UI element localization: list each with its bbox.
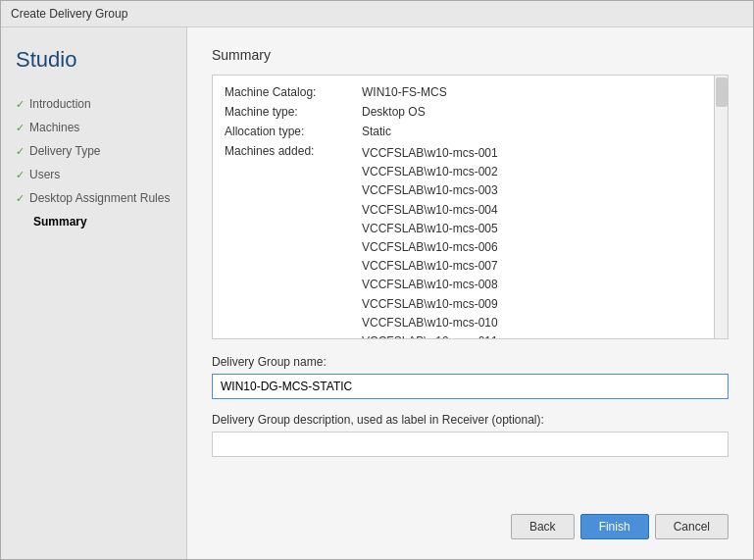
- sidebar-item-delivery-type[interactable]: ✓Delivery Type: [11, 139, 176, 163]
- summary-table: Machine Catalog:WIN10-FS-MCSMachine type…: [213, 76, 728, 339]
- summary-value: Desktop OS: [362, 105, 716, 119]
- summary-value: Static: [362, 125, 716, 138]
- machine-item: VCCFSLAB\w10-mcs-011: [362, 332, 716, 339]
- sidebar-item-label: Users: [29, 168, 60, 181]
- sidebar-item-summary[interactable]: Summary: [11, 210, 176, 233]
- summary-box: Machine Catalog:WIN10-FS-MCSMachine type…: [212, 75, 729, 339]
- check-icon: ✓: [16, 122, 25, 134]
- delivery-group-name-label: Delivery Group name:: [212, 355, 729, 369]
- machine-item: VCCFSLAB\w10-mcs-005: [362, 220, 716, 238]
- sidebar-item-label: Introduction: [29, 97, 91, 111]
- delivery-group-name-input[interactable]: [212, 374, 729, 399]
- cancel-button[interactable]: Cancel: [655, 514, 729, 539]
- sidebar-item-label: Desktop Assignment Rules: [29, 191, 170, 205]
- sidebar-item-users[interactable]: ✓Users: [11, 163, 176, 186]
- finish-button[interactable]: Finish: [580, 514, 649, 539]
- section-title: Summary: [212, 47, 729, 63]
- sidebar-item-label: Machines: [29, 121, 79, 134]
- studio-logo: Studio: [11, 47, 176, 73]
- button-bar: Back Finish Cancel: [212, 504, 729, 539]
- check-icon: ✓: [16, 169, 25, 181]
- summary-value: WIN10-FS-MCS: [362, 85, 716, 99]
- check-icon: ✓: [16, 98, 25, 111]
- delivery-group-name-group: Delivery Group name:: [212, 355, 729, 399]
- delivery-group-desc-input[interactable]: [212, 432, 729, 457]
- machine-item: VCCFSLAB\w10-mcs-008: [362, 276, 716, 294]
- content-area: Studio ✓Introduction✓Machines✓Delivery T…: [1, 27, 753, 559]
- delivery-group-desc-group: Delivery Group description, used as labe…: [212, 413, 729, 457]
- summary-label: Machine Catalog:: [225, 85, 362, 99]
- check-icon: ✓: [16, 192, 25, 205]
- machine-item: VCCFSLAB\w10-mcs-004: [362, 201, 716, 220]
- summary-label: Machines added:: [225, 144, 362, 158]
- title-bar: Create Delivery Group: [1, 1, 753, 27]
- back-button[interactable]: Back: [511, 514, 575, 539]
- sidebar-item-label: Delivery Type: [29, 144, 100, 158]
- machine-item: VCCFSLAB\w10-mcs-001: [362, 144, 716, 163]
- sidebar-nav: ✓Introduction✓Machines✓Delivery Type✓Use…: [11, 92, 176, 233]
- summary-label: Machine type:: [225, 105, 362, 119]
- machine-item: VCCFSLAB\w10-mcs-010: [362, 314, 716, 332]
- machine-item: VCCFSLAB\w10-mcs-003: [362, 181, 716, 200]
- window-title: Create Delivery Group: [11, 7, 127, 21]
- sidebar-item-label: Summary: [33, 215, 87, 229]
- machine-item: VCCFSLAB\w10-mcs-006: [362, 238, 716, 257]
- delivery-group-desc-label: Delivery Group description, used as labe…: [212, 413, 729, 427]
- summary-value: VCCFSLAB\w10-mcs-001VCCFSLAB\w10-mcs-002…: [362, 144, 716, 339]
- summary-row: Machine type:Desktop OS: [225, 105, 716, 119]
- sidebar-item-introduction[interactable]: ✓Introduction: [11, 92, 176, 116]
- window: Create Delivery Group Studio ✓Introducti…: [0, 0, 754, 560]
- sidebar-item-machines[interactable]: ✓Machines: [11, 116, 176, 139]
- summary-row: Machine Catalog:WIN10-FS-MCS: [225, 85, 716, 99]
- machine-item: VCCFSLAB\w10-mcs-009: [362, 295, 716, 314]
- check-icon: ✓: [16, 145, 25, 158]
- main-content: Summary Machine Catalog:WIN10-FS-MCSMach…: [187, 27, 753, 559]
- summary-row: Allocation type:Static: [225, 125, 716, 138]
- sidebar-item-desktop-assignment-rules[interactable]: ✓Desktop Assignment Rules: [11, 186, 176, 210]
- summary-row: Machines added:VCCFSLAB\w10-mcs-001VCCFS…: [225, 144, 716, 339]
- scrollbar-track[interactable]: [714, 76, 728, 338]
- machine-item: VCCFSLAB\w10-mcs-007: [362, 257, 716, 276]
- machine-item: VCCFSLAB\w10-mcs-002: [362, 163, 716, 181]
- scrollbar-thumb[interactable]: [716, 77, 728, 107]
- summary-label: Allocation type:: [225, 125, 362, 138]
- sidebar: Studio ✓Introduction✓Machines✓Delivery T…: [1, 27, 187, 559]
